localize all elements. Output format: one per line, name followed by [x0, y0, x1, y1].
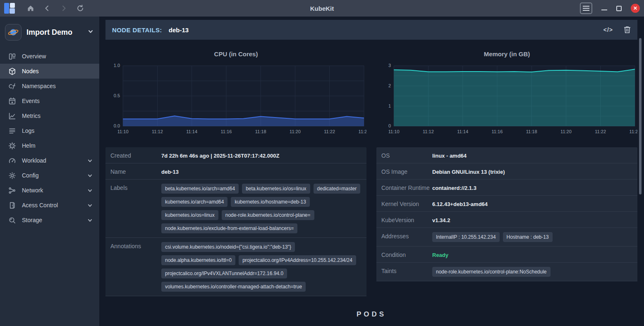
detail-row-container-runtime: Container Runtimecontainerd://2.1.3 [376, 180, 637, 196]
svg-text:11:24: 11:24 [359, 129, 366, 134]
overview-icon [8, 53, 16, 60]
sidebar-item-config[interactable]: Config [0, 168, 99, 183]
app-logo-icon [4, 3, 15, 14]
sidebar-item-label: Helm [22, 142, 93, 149]
detail-row-condition: ConditionReady [376, 247, 637, 263]
svg-text:1: 1 [388, 103, 391, 108]
memory-chart: Memory (in GB) 012311:1011:1211:1411:161… [376, 46, 637, 141]
sidebar-item-overview[interactable]: Overview [0, 49, 99, 64]
trash-icon[interactable] [624, 26, 631, 34]
sidebar-item-events[interactable]: Events [0, 93, 99, 108]
workspace-name: Import Demo [26, 28, 88, 37]
svg-text:0.0: 0.0 [114, 124, 120, 129]
detail-value: 6.12.43+deb13-amd64 [432, 200, 632, 207]
sidebar-item-namespaces[interactable]: Namespaces [0, 79, 99, 93]
close-button[interactable]: ✕ [631, 4, 640, 13]
detail-row-name: Namedeb-13 [105, 163, 366, 180]
forward-icon[interactable] [60, 4, 68, 12]
code-icon[interactable]: </> [603, 26, 613, 33]
svg-text:11:22: 11:22 [324, 129, 335, 134]
detail-label: KubeVersion [381, 216, 432, 223]
detail-label: OS Image [381, 168, 432, 175]
network-icon [8, 187, 16, 194]
metrics-icon [8, 112, 16, 120]
workspace-logo-icon [5, 24, 22, 41]
logs-icon [8, 127, 16, 135]
sidebar-item-label: Events [22, 98, 93, 104]
storage-icon [8, 216, 16, 224]
svg-text:11:18: 11:18 [526, 129, 537, 134]
cpu-chart-plot: 0.00.51.011:1011:1211:1411:1611:1811:201… [105, 62, 366, 136]
detail-label: Kernel Version [381, 200, 432, 207]
sidebar-item-helm[interactable]: Helm [0, 138, 99, 153]
config-icon [8, 172, 16, 180]
sidebar-item-nodes[interactable]: Nodes [0, 64, 99, 79]
detail-row-annotations: Annotationscsi.volume.kubernetes.io/node… [105, 238, 366, 296]
details-row: Created7d 22h 6m 46s ago | 2025-11-26T07… [105, 147, 637, 296]
detail-row-labels: Labelsbeta.kubernetes.io/arch=amd64beta.… [105, 180, 366, 238]
workspace-switcher[interactable]: Import Demo [0, 17, 99, 49]
svg-text:1.0: 1.0 [114, 63, 120, 68]
detail-value: Ready [432, 251, 632, 258]
detail-value: deb-13 [161, 168, 362, 175]
badge: volumes.kubernetes.io/controller-managed… [161, 282, 306, 292]
reload-icon[interactable] [76, 4, 84, 12]
badge: beta.kubernetes.io/arch=amd64 [161, 184, 239, 194]
menu-icon[interactable] [580, 2, 592, 14]
sidebar-item-network[interactable]: Network [0, 183, 99, 198]
svg-text:0: 0 [388, 124, 391, 129]
badge: beta.kubernetes.io/os=linux [242, 184, 310, 194]
cpu-chart-title: CPU (in Cores) [105, 50, 366, 58]
badge: kubernetes.io/os=linux [161, 210, 218, 220]
svg-text:11:18: 11:18 [255, 129, 266, 134]
sidebar: Import Demo OverviewNodesNamespacesEvent… [0, 17, 99, 326]
maximize-button[interactable] [616, 6, 622, 11]
sidebar-item-logs[interactable]: Logs [0, 123, 99, 138]
memory-chart-title: Memory (in GB) [376, 50, 637, 58]
detail-row-taints: Taintsnode-role.kubernetes.io/control-pl… [376, 263, 637, 281]
detail-value: containerd://2.1.3 [432, 184, 632, 191]
pods-section: PODS NAME▼NAMESPACE▼NODE▼CPU▼MEMORY▼STAT… [105, 301, 637, 326]
sidebar-item-label: Config [22, 172, 87, 179]
namespaces-icon [8, 82, 16, 90]
minimize-button[interactable] [601, 5, 607, 11]
badge: csi.volume.kubernetes.io/nodeid={"csi.ti… [161, 242, 295, 252]
detail-row-addresses: AddressesInternalIP : 10.255.142.234Host… [376, 228, 637, 247]
svg-text:2: 2 [388, 83, 391, 88]
topbar: KubeKit ✕ [0, 0, 644, 17]
svg-text:11:16: 11:16 [221, 129, 232, 134]
sidebar-item-workload[interactable]: Workload [0, 153, 99, 168]
main-content: NODE DETAILS: deb-13 </> CPU (in Cores) … [99, 17, 644, 326]
sidebar-item-label: Storage [22, 217, 87, 223]
badge: node.kubernetes.io/exclude-from-external… [161, 223, 297, 233]
sidebar-item-metrics[interactable]: Metrics [0, 108, 99, 123]
home-icon[interactable] [26, 4, 35, 12]
back-icon[interactable] [43, 4, 51, 12]
detail-value: Debian GNU/Linux 13 (trixie) [432, 168, 632, 175]
pods-title: PODS [105, 301, 637, 326]
svg-text:0.5: 0.5 [114, 93, 120, 98]
detail-label: Annotations [110, 242, 161, 249]
svg-text:11:14: 11:14 [186, 129, 197, 134]
detail-value: 7d 22h 6m 46s ago | 2025-11-26T07:17:42.… [161, 151, 362, 159]
sidebar-item-storage[interactable]: Storage [0, 213, 99, 228]
detail-label: Addresses [381, 232, 432, 240]
sidebar-item-label: Workload [22, 157, 87, 164]
sidebar-item-label: Metrics [22, 113, 93, 119]
detail-row-os-image: OS ImageDebian GNU/Linux 13 (trixie) [376, 163, 637, 180]
scrollbar-thumb[interactable] [639, 38, 642, 194]
detail-label: Labels [110, 184, 161, 191]
badge: InternalIP : 10.255.142.234 [432, 232, 500, 242]
window-title: KubeKit [0, 5, 644, 12]
detail-row-os: OSlinux - amd64 [376, 147, 637, 163]
badge: projectcalico.org/IPv4Address=10.255.142… [239, 255, 356, 265]
svg-text:11:10: 11:10 [388, 129, 400, 134]
node-meta-panel: Created7d 22h 6m 46s ago | 2025-11-26T07… [105, 147, 366, 296]
detail-label: Created [110, 151, 161, 159]
sidebar-item-acess-control[interactable]: Acess Control [0, 198, 99, 213]
badge: projectcalico.org/IPv4VXLANTunnelAddr=17… [161, 268, 287, 278]
charts-row: CPU (in Cores) 0.00.51.011:1011:1211:141… [105, 46, 637, 141]
sidebar-item-label: Overview [22, 53, 93, 60]
chevron-down-icon [87, 218, 93, 223]
detail-row-created: Created7d 22h 6m 46s ago | 2025-11-26T07… [105, 147, 366, 163]
